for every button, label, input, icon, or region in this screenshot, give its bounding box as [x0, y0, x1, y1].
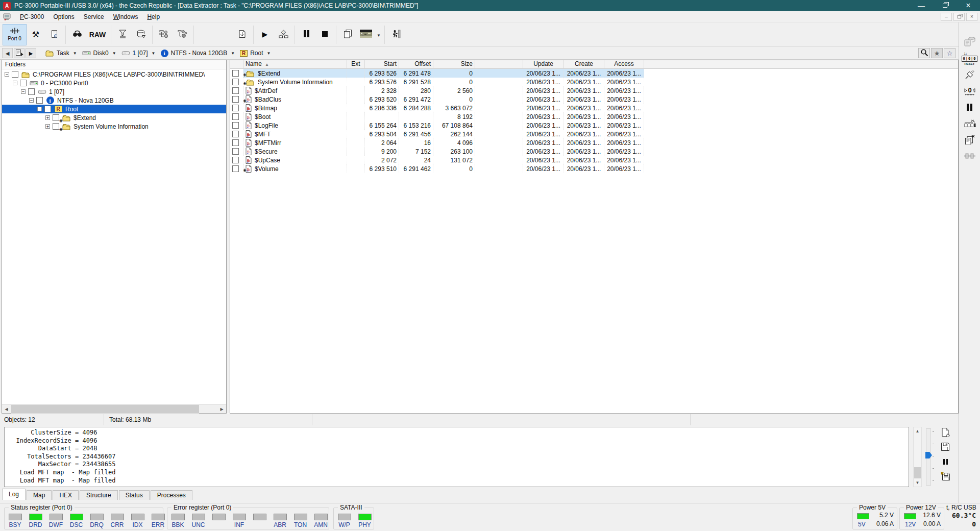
save-data-button[interactable] [132, 24, 150, 45]
row-checkbox[interactable] [232, 139, 239, 146]
tree-checkbox[interactable] [36, 97, 43, 104]
save-log-as-button[interactable] [939, 471, 952, 484]
tab-map[interactable]: Map [27, 490, 52, 500]
column-header-update[interactable]: Update [523, 60, 564, 69]
table-row-secure[interactable]: $Secure9 2007 152263 10020/06/23 1...20/… [230, 147, 958, 156]
column-header-start[interactable]: Start [365, 60, 399, 69]
search-button[interactable] [918, 48, 930, 58]
row-checkbox[interactable] [232, 96, 239, 103]
forward-button[interactable]: ▶ [26, 48, 36, 58]
tree-horizontal-scrollbar[interactable]: ◀ ▶ [2, 404, 226, 413]
tree-checkbox[interactable] [53, 114, 59, 121]
scroll-thumb[interactable] [11, 405, 199, 414]
tree-item-partition-1-07[interactable]: −1 [07] [2, 87, 226, 96]
table-row-logfile[interactable]: $LogFile6 155 2646 153 21667 108 86420/0… [230, 121, 958, 130]
row-checkbox[interactable] [232, 70, 239, 77]
process-wizard-button[interactable]: ? [274, 24, 292, 45]
table-row-badclus[interactable]: ◈$BadClus6 293 5206 291 472020/06/23 1..… [230, 95, 958, 104]
tab-log[interactable]: Log [2, 489, 26, 500]
mdi-minimize-button[interactable]: – [941, 13, 952, 21]
collapse-icon[interactable]: − [5, 72, 9, 77]
breadcrumb-ntfs-nova-120gb[interactable]: iNTFS - Nova 120GB▼ [159, 50, 237, 57]
disk-copy-button[interactable] [962, 36, 978, 49]
counter-clear-button[interactable] [962, 117, 978, 131]
menu-help[interactable]: Help [142, 12, 164, 22]
row-checkbox[interactable] [232, 79, 239, 85]
new-log-button[interactable] [939, 426, 952, 439]
collapse-icon[interactable]: − [29, 98, 34, 103]
log-speed-slider[interactable] [925, 428, 934, 486]
tree-item-trimmed-path[interactable]: −C:\PROGRAM FILES (X86)\ACE LAB\PC-3000\… [2, 70, 226, 79]
row-checkbox[interactable] [232, 157, 239, 163]
tree-item-ntfs-nova-120gb[interactable]: −iNTFS - Nova 120GB [2, 96, 226, 105]
breadcrumb-task[interactable]: Task▼ [43, 50, 79, 57]
column-header-blank[interactable] [230, 60, 243, 69]
table-row-extend[interactable]: ◈$Extend6 293 5266 291 478020/06/23 1...… [230, 69, 958, 78]
view-map-button[interactable] [357, 24, 375, 45]
stop-button[interactable] [315, 24, 334, 45]
log-scroll-thumb[interactable] [914, 467, 921, 478]
exit-button[interactable] [387, 24, 405, 45]
start-button[interactable]: ▶ [256, 24, 274, 45]
table-row-upcase[interactable]: $UpCase2 07224131 07220/06/23 1...20/06/… [230, 156, 958, 164]
scroll-down-arrow[interactable]: ▼ [914, 479, 921, 487]
table-row-mft[interactable]: $MFT6 293 5046 291 456262 14420/06/23 1.… [230, 130, 958, 138]
port0-button[interactable]: Port 0 [3, 24, 27, 45]
column-header-access[interactable]: Access [604, 60, 644, 69]
favorites-button[interactable]: ★ [931, 48, 943, 58]
scroll-right-arrow[interactable]: ▶ [217, 405, 226, 414]
collapse-icon[interactable]: − [21, 89, 26, 94]
add-favorite-button[interactable]: ☆ [944, 48, 955, 58]
breadcrumb-disk0[interactable]: Disk0▼ [81, 50, 118, 57]
filter-button[interactable] [113, 24, 132, 45]
mdi-close-button[interactable]: × [966, 13, 977, 21]
scroll-up-arrow[interactable]: ▲ [914, 427, 921, 435]
column-header-offset[interactable]: Offset [399, 60, 433, 69]
row-checkbox[interactable] [232, 122, 239, 129]
tree-item-pc3000-port0[interactable]: −0 - PC3000 Port0 [2, 79, 226, 87]
table-row-volume[interactable]: ◈$Volume6 293 5106 291 462020/06/23 1...… [230, 164, 958, 173]
tab-hex[interactable]: HEX [53, 490, 79, 500]
log-scrollbar[interactable]: ▲ ▼ [913, 427, 922, 487]
menu-windows[interactable]: Windows [109, 12, 143, 22]
build-full-map-button[interactable] [173, 24, 191, 45]
back-button[interactable]: ◀ [2, 48, 13, 58]
collapse-icon[interactable]: − [13, 81, 17, 85]
tab-status[interactable]: Status [119, 490, 150, 500]
row-checkbox[interactable] [232, 131, 239, 137]
row-checkbox[interactable] [232, 148, 239, 155]
tree-checkbox[interactable] [44, 106, 51, 112]
export-button[interactable] [233, 24, 251, 45]
terminal-button[interactable] [962, 150, 978, 163]
column-header-name[interactable]: Name▲ [243, 60, 347, 69]
mdi-restore-button[interactable] [953, 13, 965, 21]
tree-checkbox[interactable] [12, 71, 18, 78]
breadcrumb-root[interactable]: RRoot▼ [238, 50, 272, 57]
breadcrumb-1-07[interactable]: 1 [07]▼ [120, 50, 157, 57]
column-header-blank[interactable] [475, 60, 523, 69]
zero-view-button[interactable]: 0 [962, 85, 978, 98]
tree-item-extend[interactable]: +◈$Extend [2, 113, 226, 122]
table-row-system-volume-information[interactable]: ◈System Volume Information6 293 5766 291… [230, 78, 958, 86]
table-row-attrdef[interactable]: $AttrDef2 3282802 56020/06/23 1...20/06/… [230, 86, 958, 95]
scroll-left-arrow[interactable]: ◀ [2, 405, 11, 414]
tab-structure[interactable]: Structure [80, 490, 118, 500]
raw-recovery-button[interactable]: RAW [86, 24, 109, 45]
row-checkbox[interactable] [232, 87, 239, 94]
view-map-dropdown[interactable]: ▼ [375, 24, 382, 45]
menu-service[interactable]: Service [79, 12, 109, 22]
column-header-create[interactable]: Create [564, 60, 604, 69]
column-header-size[interactable]: Size [433, 60, 475, 69]
column-header-ext[interactable]: Ext [347, 60, 365, 69]
table-row-bitmap[interactable]: $Bitmap6 286 3366 284 2883 663 07220/06/… [230, 104, 958, 112]
power-inject-button[interactable] [962, 68, 978, 82]
tree-item-root[interactable]: −RRoot [2, 105, 226, 113]
utilities-button[interactable]: ⚒ [27, 24, 45, 45]
tree-checkbox[interactable] [53, 123, 59, 130]
tab-processes[interactable]: Processes [151, 490, 192, 500]
menu-options[interactable]: Options [48, 12, 79, 22]
pause-log-button[interactable] [939, 456, 952, 469]
copy-clear-button[interactable] [962, 134, 978, 147]
close-button[interactable]: × [957, 0, 980, 11]
expand-icon[interactable]: + [45, 115, 50, 120]
